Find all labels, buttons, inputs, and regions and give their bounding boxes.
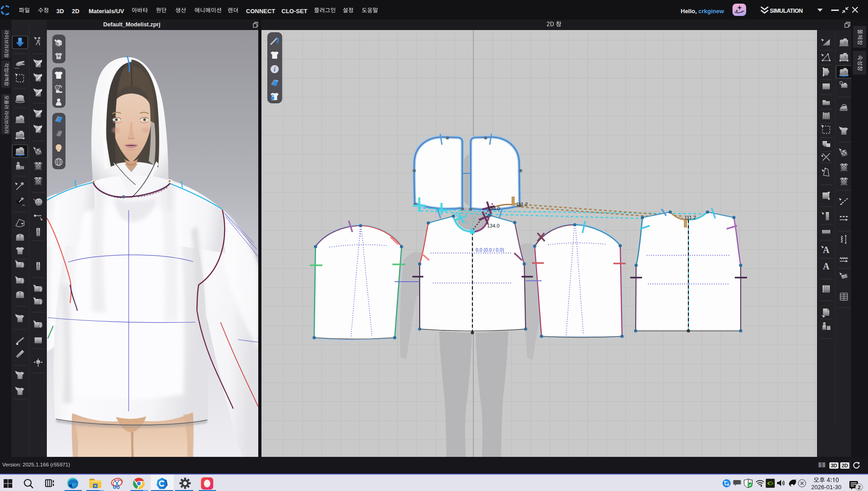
svg-text:111.2: 111.2 (684, 215, 696, 220)
svg-text:0.0 (0.0 / 0.0): 0.0 (0.0 / 0.0) (476, 247, 504, 253)
svg-text:134.0: 134.0 (487, 223, 500, 228)
svg-text:A: A (823, 245, 830, 255)
svg-text:111.2: 111.2 (516, 202, 528, 207)
svg-text:134.0: 134.0 (487, 206, 500, 211)
svg-text:A: A (823, 261, 830, 271)
svg-text:i: i (274, 66, 276, 73)
